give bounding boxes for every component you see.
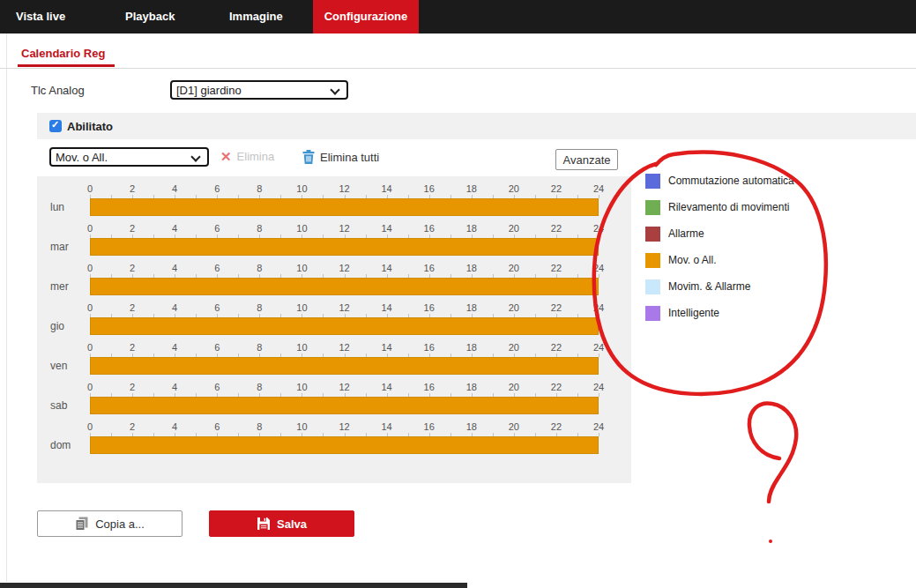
hour-tick bbox=[599, 433, 599, 436]
hour-tick-label: 20 bbox=[509, 421, 519, 432]
schedule-bar[interactable] bbox=[90, 397, 599, 414]
hour-tick-label: 14 bbox=[381, 183, 391, 194]
check-icon: ✓ bbox=[51, 119, 59, 130]
hour-tick-label: 2 bbox=[130, 342, 135, 353]
hour-tick-label: 14 bbox=[381, 263, 391, 273]
camera-select[interactable]: [D1] giardino bbox=[170, 80, 348, 100]
schedule-bar[interactable] bbox=[90, 278, 599, 295]
save-label: Salva bbox=[277, 517, 307, 531]
hour-tick-label: 8 bbox=[257, 183, 262, 194]
hour-tick-label: 6 bbox=[214, 302, 220, 313]
hour-tick-label: 6 bbox=[214, 223, 220, 234]
hour-tick-label: 2 bbox=[130, 421, 135, 432]
hour-tick-label: 20 bbox=[509, 342, 519, 353]
schedule-bar[interactable] bbox=[90, 238, 599, 256]
hour-tick-label: 16 bbox=[424, 342, 435, 353]
hour-tick bbox=[599, 195, 599, 198]
legend-label: Allarme bbox=[668, 227, 704, 242]
hour-tick-label: 16 bbox=[424, 302, 435, 313]
hour-tick-label: 22 bbox=[551, 421, 562, 432]
nav-immagine[interactable]: Immagine bbox=[229, 0, 283, 33]
hour-tick-label: 6 bbox=[214, 263, 220, 273]
hour-tick-label: 24 bbox=[593, 223, 604, 234]
legend-swatch-icon bbox=[645, 253, 660, 268]
camera-select-value: [D1] giardino bbox=[176, 84, 242, 97]
hour-tick-label: 4 bbox=[172, 421, 177, 432]
legend-label: Movim. & Allarme bbox=[668, 279, 750, 294]
schedule-row: gio024681012141618202224 bbox=[37, 301, 631, 341]
hour-tick-label: 8 bbox=[257, 342, 262, 353]
schedule-panel: lun024681012141618202224mar0246810121416… bbox=[37, 176, 631, 483]
day-label: gio bbox=[50, 320, 64, 332]
hour-tick-label: 14 bbox=[381, 302, 391, 313]
hour-tick-label: 14 bbox=[381, 342, 391, 353]
schedule-bar[interactable] bbox=[90, 436, 599, 454]
hour-tick-label: 22 bbox=[551, 183, 562, 194]
hour-tick-label: 8 bbox=[257, 263, 262, 273]
schedule-row: mer024681012141618202224 bbox=[37, 262, 631, 301]
hour-tick-label: 8 bbox=[257, 223, 262, 234]
hour-tick-label: 24 bbox=[593, 302, 604, 313]
hour-tick-label: 16 bbox=[424, 382, 435, 392]
hour-tick-label: 20 bbox=[509, 382, 519, 392]
record-type-select[interactable]: Mov. o All. bbox=[49, 147, 209, 167]
hour-tick-label: 16 bbox=[424, 263, 435, 273]
hour-tick-label: 24 bbox=[593, 421, 604, 432]
schedule-bar[interactable] bbox=[90, 317, 599, 335]
hour-tick-label: 0 bbox=[87, 302, 93, 313]
legend-label: Rilevamento di movimenti bbox=[668, 200, 789, 215]
delete-label: Elimina bbox=[237, 150, 275, 163]
hour-tick-label: 0 bbox=[87, 263, 93, 273]
day-label: sab bbox=[50, 399, 67, 412]
hour-tick-label: 2 bbox=[130, 302, 135, 313]
hour-tick-label: 22 bbox=[551, 263, 562, 273]
hour-tick-label: 8 bbox=[257, 302, 262, 313]
hour-tick-label: 10 bbox=[296, 342, 307, 353]
save-button[interactable]: Salva bbox=[209, 510, 354, 537]
hour-tick-label: 12 bbox=[339, 421, 349, 432]
legend-swatch-icon bbox=[645, 306, 660, 321]
nav-vista-live[interactable]: Vista live bbox=[16, 0, 65, 33]
hour-tick-label: 10 bbox=[296, 183, 307, 194]
advanced-button[interactable]: Avanzate bbox=[555, 149, 618, 170]
day-label: mar bbox=[50, 241, 69, 253]
trash-icon bbox=[302, 150, 315, 164]
delete-all-button[interactable]: Elimina tutti bbox=[302, 150, 379, 164]
hour-tick-label: 20 bbox=[509, 183, 519, 194]
hour-tick-label: 0 bbox=[87, 421, 93, 432]
delete-x-icon: ✕ bbox=[220, 150, 232, 163]
nav-playback[interactable]: Playback bbox=[125, 0, 175, 33]
copy-to-button[interactable]: Copia a... bbox=[37, 510, 182, 537]
hour-tick-label: 22 bbox=[551, 223, 562, 234]
copy-icon bbox=[75, 517, 89, 531]
legend-swatch-icon bbox=[645, 200, 660, 215]
enable-row: ✓ Abilitato bbox=[37, 113, 916, 139]
delete-button[interactable]: ✕ Elimina bbox=[220, 150, 274, 163]
hour-tick-label: 10 bbox=[296, 263, 307, 273]
hour-tick-label: 18 bbox=[466, 382, 477, 392]
hour-tick-label: 0 bbox=[87, 223, 93, 234]
hour-tick-label: 20 bbox=[509, 302, 519, 313]
record-type-select-value: Mov. o All. bbox=[56, 151, 108, 164]
hour-tick-label: 6 bbox=[214, 342, 220, 353]
hour-tick-label: 16 bbox=[424, 421, 435, 432]
copy-to-label: Copia a... bbox=[95, 517, 145, 531]
tab-calendario-reg[interactable]: Calendario Reg bbox=[21, 47, 105, 60]
hour-tick-label: 22 bbox=[551, 342, 562, 353]
hour-tick-label: 12 bbox=[339, 263, 349, 273]
nav-configurazione[interactable]: Configurazione bbox=[313, 0, 419, 33]
hour-tick-label: 10 bbox=[296, 223, 307, 234]
schedule-bar[interactable] bbox=[90, 357, 599, 375]
content-left-border bbox=[6, 33, 7, 582]
hour-tick-label: 18 bbox=[466, 183, 477, 194]
schedule-row: sab024681012141618202224 bbox=[37, 381, 631, 421]
hour-tick-label: 2 bbox=[130, 263, 135, 273]
day-label: lun bbox=[50, 201, 64, 213]
hour-tick-label: 24 bbox=[593, 342, 604, 353]
legend-swatch-icon bbox=[645, 174, 660, 189]
legend-label: Mov. o All. bbox=[668, 253, 716, 268]
schedule-row: lun024681012141618202224 bbox=[37, 182, 631, 222]
schedule-bar[interactable] bbox=[90, 198, 599, 216]
enable-checkbox[interactable]: ✓ bbox=[49, 120, 62, 132]
hour-tick-label: 14 bbox=[381, 223, 391, 234]
